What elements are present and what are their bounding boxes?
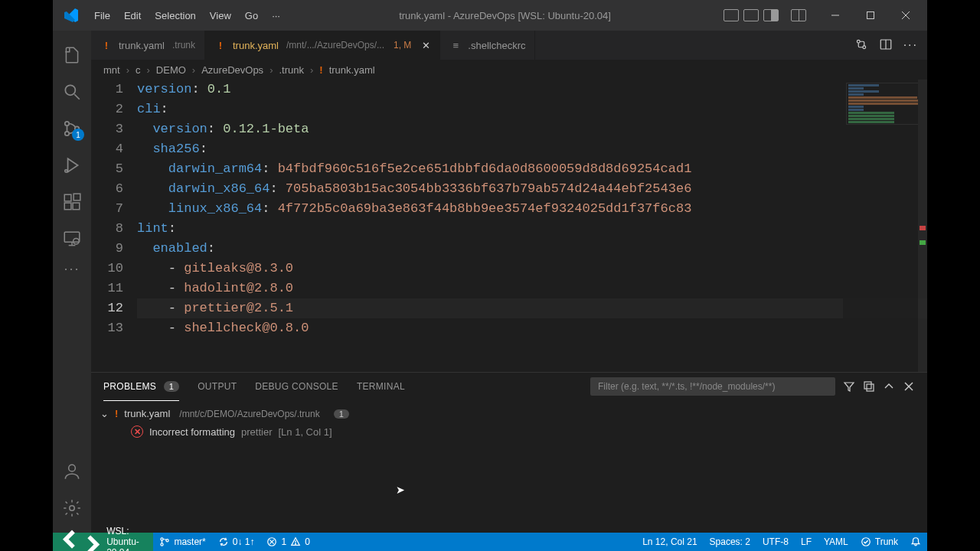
close-panel-icon[interactable] <box>903 380 915 393</box>
filter-icon[interactable] <box>843 380 855 393</box>
problems-filter-input[interactable] <box>590 377 835 396</box>
status-trunk[interactable]: Trunk <box>854 533 904 551</box>
status-indentation[interactable]: Spaces: 2 <box>704 533 756 551</box>
svg-point-4 <box>65 85 75 95</box>
titlebar: File Edit Selection View Go ··· trunk.ya… <box>53 0 927 31</box>
svg-point-19 <box>69 465 76 471</box>
tab-problems[interactable]: PROBLEMS 1 <box>103 378 179 395</box>
run-debug-icon[interactable] <box>54 147 90 184</box>
tab-debug-console[interactable]: DEBUG CONSOLE <box>255 378 338 395</box>
code-editor[interactable]: 12345678910111213 version: 0.1cli: versi… <box>91 80 927 372</box>
breadcrumb-item[interactable]: c <box>136 64 141 76</box>
breadcrumb-item[interactable]: .trunk <box>279 64 304 76</box>
minimap[interactable]: T <box>843 80 927 372</box>
status-warnings-count: 0 <box>305 536 310 547</box>
more-icon[interactable]: ··· <box>54 257 90 280</box>
line-number-gutter: 12345678910111213 <box>91 80 137 372</box>
split-editor-icon[interactable] <box>879 37 893 54</box>
compare-changes-icon[interactable] <box>854 37 868 54</box>
extensions-icon[interactable] <box>54 184 90 220</box>
tab-trunk-yaml-1[interactable]: ! trunk.yaml .trunk <box>91 31 205 60</box>
menu-view[interactable]: View <box>204 7 237 24</box>
svg-point-29 <box>161 538 163 540</box>
status-eol[interactable]: LF <box>795 533 818 551</box>
chevron-down-icon[interactable]: ⌄ <box>100 408 109 419</box>
status-notifications-icon[interactable] <box>904 533 927 551</box>
layout-icon-2[interactable] <box>743 9 759 21</box>
svg-rect-1 <box>867 12 874 19</box>
scm-badge: 1 <box>72 129 84 141</box>
status-language[interactable]: YAML <box>818 533 854 551</box>
window-maximize[interactable] <box>855 4 886 27</box>
settings-gear-icon[interactable] <box>54 490 90 527</box>
svg-point-30 <box>161 543 163 546</box>
close-icon[interactable]: ✕ <box>422 40 430 51</box>
status-problems[interactable]: 1 0 <box>260 533 315 551</box>
tab-sublabel: .trunk <box>172 40 195 51</box>
status-remote-label: WSL: Ubuntu-20.04 <box>106 526 145 551</box>
svg-rect-11 <box>64 194 71 201</box>
tab-sublabel: /mnt/.../AzureDevOps/... <box>286 40 384 51</box>
window-close[interactable] <box>890 4 921 27</box>
status-errors-count: 1 <box>281 536 286 547</box>
window-title: trunk.yaml - AzureDevOps [WSL: Ubuntu-20… <box>286 10 724 21</box>
chevron-up-icon[interactable] <box>883 380 895 393</box>
status-bar: WSL: Ubuntu-20.04 master* 0↓ 1↑ 1 0 Ln 1… <box>53 533 927 551</box>
breadcrumb[interactable]: mnt› c› DEMO› AzureDevOps› .trunk› ! tru… <box>91 60 927 80</box>
search-icon[interactable] <box>54 73 90 110</box>
layout-icon-1[interactable] <box>724 9 739 21</box>
tab-trunk-yaml-2[interactable]: ! trunk.yaml /mnt/.../AzureDevOps/... 1,… <box>205 31 440 60</box>
layout-icon-3[interactable] <box>763 9 779 21</box>
code-content[interactable]: version: 0.1cli: version: 0.12.1-beta sh… <box>137 80 927 372</box>
problem-file-row[interactable]: ⌄ ! trunk.yaml /mnt/c/DEMO/AzureDevOps/.… <box>100 405 918 422</box>
menu-go[interactable]: Go <box>239 7 264 24</box>
status-encoding[interactable]: UTF-8 <box>756 533 795 551</box>
config-file-icon: ≡ <box>449 39 462 51</box>
problem-location: [Ln 1, Col 1] <box>278 426 332 438</box>
status-remote[interactable]: WSL: Ubuntu-20.04 <box>53 533 153 551</box>
menu-selection[interactable]: Selection <box>149 7 201 24</box>
status-sync[interactable]: 0↓ 1↑ <box>212 533 261 551</box>
breadcrumb-item[interactable]: AzureDevOps <box>201 64 263 76</box>
tab-shellcheckrc[interactable]: ≡ .shellcheckrc <box>440 31 535 60</box>
tab-label: trunk.yaml <box>119 40 165 51</box>
tab-output[interactable]: OUTPUT <box>198 378 237 395</box>
svg-point-20 <box>70 506 75 511</box>
explorer-icon[interactable] <box>54 37 90 73</box>
yaml-file-icon: ! <box>100 39 113 51</box>
remote-explorer-icon[interactable] <box>54 220 90 257</box>
svg-point-18 <box>74 238 80 244</box>
status-cursor-position[interactable]: Ln 12, Col 21 <box>636 533 703 551</box>
problem-source: prettier <box>241 426 272 438</box>
more-actions-icon[interactable]: ··· <box>903 38 918 52</box>
svg-line-5 <box>74 94 80 99</box>
svg-rect-25 <box>864 382 871 389</box>
breadcrumb-item[interactable]: trunk.yaml <box>329 64 375 76</box>
status-branch[interactable]: master* <box>153 533 211 551</box>
menu-file[interactable]: File <box>88 7 116 24</box>
problem-file-path: /mnt/c/DEMO/AzureDevOps/.trunk <box>179 409 319 419</box>
tab-problems-label: PROBLEMS <box>103 381 156 392</box>
tab-terminal[interactable]: TERMINAL <box>357 378 405 395</box>
window-minimize[interactable] <box>820 4 851 27</box>
breadcrumb-item[interactable]: DEMO <box>156 64 186 76</box>
tab-problem-indicator: 1, M <box>394 40 411 51</box>
source-control-icon[interactable]: 1 <box>54 110 90 147</box>
svg-point-36 <box>296 543 296 544</box>
account-icon[interactable] <box>54 453 90 490</box>
breadcrumb-item[interactable]: mnt <box>103 64 120 76</box>
svg-rect-13 <box>73 203 80 210</box>
problem-item[interactable]: ✕ Incorrect formatting prettier [Ln 1, C… <box>100 422 918 441</box>
editor-tabs: ! trunk.yaml .trunk ! trunk.yaml /mnt/..… <box>91 31 927 60</box>
menu-more[interactable]: ··· <box>266 7 286 24</box>
svg-point-22 <box>863 45 866 48</box>
collapse-all-icon[interactable] <box>863 380 875 393</box>
menu-edit[interactable]: Edit <box>118 7 147 24</box>
layout-icon-4[interactable] <box>791 9 806 21</box>
svg-rect-14 <box>74 194 80 201</box>
tab-label: trunk.yaml <box>233 40 279 51</box>
status-branch-label: master* <box>174 536 205 547</box>
svg-marker-9 <box>68 158 78 171</box>
problems-count-badge: 1 <box>164 381 179 392</box>
problem-file-name: trunk.yaml <box>124 408 170 419</box>
